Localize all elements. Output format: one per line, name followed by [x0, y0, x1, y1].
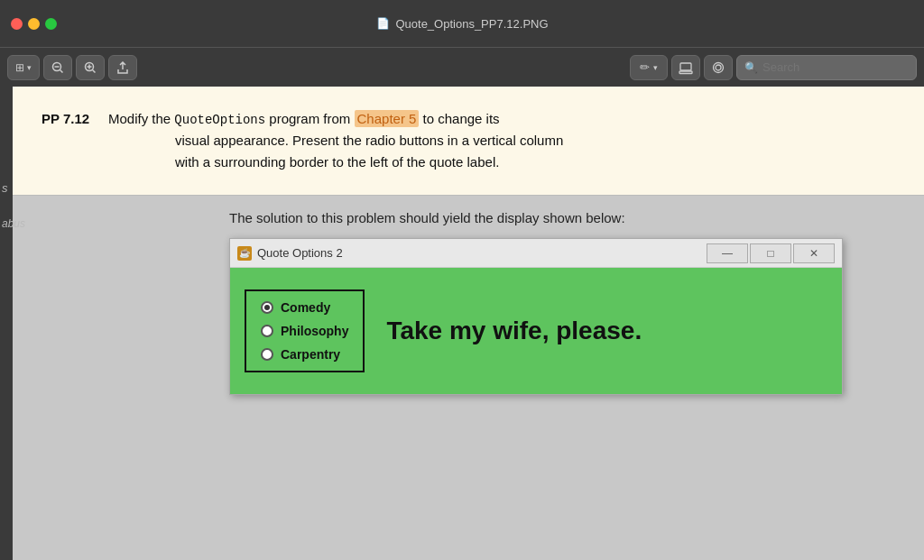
java-icon: ☕ — [237, 246, 252, 261]
view-toggle-button[interactable]: ⊞ ▾ — [7, 55, 40, 80]
close-button[interactable] — [11, 18, 23, 30]
doc-text-2: program from — [265, 111, 354, 126]
solution-text: The solution to this problem should yiel… — [229, 210, 924, 225]
java-body: Comedy Philosophy Carpentry Take my wife… — [230, 268, 842, 394]
radio-philosophy[interactable]: Philosophy — [261, 324, 348, 338]
content-area: PP 7.12 Modify the QuoteOptions program … — [13, 87, 924, 560]
sidebar-letter-s: s — [2, 181, 8, 195]
radio-circle-comedy[interactable] — [261, 301, 273, 314]
window-title-area: 📄 Quote_Options_PP7.12.PNG — [375, 16, 548, 31]
window-title: Quote_Options_PP7.12.PNG — [395, 17, 548, 31]
radio-label-philosophy: Philosophy — [281, 324, 348, 338]
maximize-button[interactable] — [45, 18, 57, 30]
pp-label: PP 7.12 — [42, 111, 89, 126]
file-icon: 📄 — [375, 16, 390, 31]
annotate-button[interactable]: ✏ ▾ — [630, 55, 668, 80]
toolbar: ⊞ ▾ ✏ ▾ — [0, 47, 924, 87]
quote-display: Take my wife, please. — [386, 317, 827, 345]
doc-code: QuoteOptions — [174, 113, 265, 127]
left-sidebar: s abus — [0, 87, 13, 560]
certificate-button[interactable] — [704, 55, 733, 80]
doc-text-1: Modify the — [108, 111, 174, 126]
radio-circle-philosophy[interactable] — [261, 325, 273, 337]
java-minimize-button[interactable]: — — [707, 243, 748, 263]
below-doc: The solution to this problem should yiel… — [13, 196, 924, 560]
java-window-controls: — □ ✕ — [707, 243, 835, 263]
document-body: PP 7.12 Modify the QuoteOptions program … — [42, 108, 895, 173]
java-maximize-button[interactable]: □ — [750, 243, 791, 263]
view-icon: ⊞ — [15, 61, 24, 74]
main-content: s abus PP 7.12 Modify the QuoteOptions p… — [0, 87, 924, 560]
doc-text-3: to change its — [419, 111, 499, 126]
radio-label-carpentry: Carpentry — [281, 347, 340, 362]
java-window: ☕ Quote Options 2 — □ ✕ Comedy — [229, 238, 843, 395]
search-input[interactable] — [762, 60, 914, 74]
chevron-down-icon: ▾ — [653, 63, 658, 72]
chapter-link[interactable]: Chapter 5 — [355, 110, 420, 127]
svg-rect-8 — [679, 71, 692, 74]
title-bar: 📄 Quote_Options_PP7.12.PNG — [0, 0, 924, 47]
zoom-out-button[interactable] — [43, 55, 72, 80]
svg-rect-7 — [680, 63, 691, 70]
svg-point-9 — [714, 62, 724, 72]
document-section: PP 7.12 Modify the QuoteOptions program … — [13, 87, 924, 196]
radio-carpentry[interactable]: Carpentry — [261, 347, 348, 362]
zoom-in-button[interactable] — [76, 55, 105, 80]
svg-line-2 — [60, 69, 63, 72]
svg-point-10 — [716, 65, 721, 70]
radio-circle-carpentry[interactable] — [261, 348, 273, 361]
minimize-button[interactable] — [28, 18, 40, 30]
doc-line3: with a surrounding border to the left of… — [175, 154, 499, 170]
doc-line2: visual appearance. Present the radio but… — [175, 133, 563, 148]
search-box[interactable]: 🔍 — [736, 55, 917, 80]
svg-line-6 — [93, 69, 96, 72]
java-window-title: Quote Options 2 — [257, 246, 701, 260]
radio-group: Comedy Philosophy Carpentry — [245, 289, 365, 372]
radio-comedy[interactable]: Comedy — [261, 300, 348, 315]
radio-label-comedy: Comedy — [281, 300, 330, 315]
java-titlebar: ☕ Quote Options 2 — □ ✕ — [230, 239, 842, 268]
pen-icon: ✏ — [640, 60, 650, 74]
chevron-down-icon: ▾ — [27, 63, 32, 72]
share-button[interactable] — [108, 55, 137, 80]
stamp-button[interactable] — [671, 55, 700, 80]
java-close-button[interactable]: ✕ — [793, 243, 835, 263]
java-icon-symbol: ☕ — [239, 248, 250, 258]
sidebar-label-abus: abus — [2, 217, 25, 230]
traffic-lights — [11, 18, 57, 30]
search-icon: 🔍 — [744, 61, 758, 74]
